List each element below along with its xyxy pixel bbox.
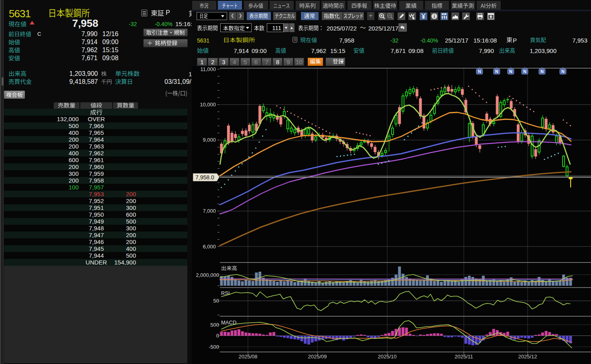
svg-text:7,958.0: 7,958.0 [195,174,214,181]
svg-text:N: N [509,69,512,74]
svg-text:2025/10: 2025/10 [378,354,397,360]
svg-text:N: N [523,69,526,74]
svg-text:6,000: 6,000 [203,244,216,250]
svg-text:2025/09: 2025/09 [308,354,327,360]
svg-text:10,000: 10,000 [200,102,216,108]
svg-text:11,000: 11,000 [200,66,216,72]
svg-text:N: N [540,69,544,74]
svg-text:2025/12: 2025/12 [518,354,537,360]
svg-text:2025/08: 2025/08 [239,354,258,360]
svg-text:9,000: 9,000 [203,137,216,143]
svg-text:7,000: 7,000 [203,208,216,214]
svg-text:2,000,000: 2,000,000 [196,272,219,278]
svg-text:2025/11: 2025/11 [455,354,473,360]
svg-text:N: N [495,69,498,74]
svg-text:N: N [561,69,565,74]
svg-text:N: N [478,69,481,74]
